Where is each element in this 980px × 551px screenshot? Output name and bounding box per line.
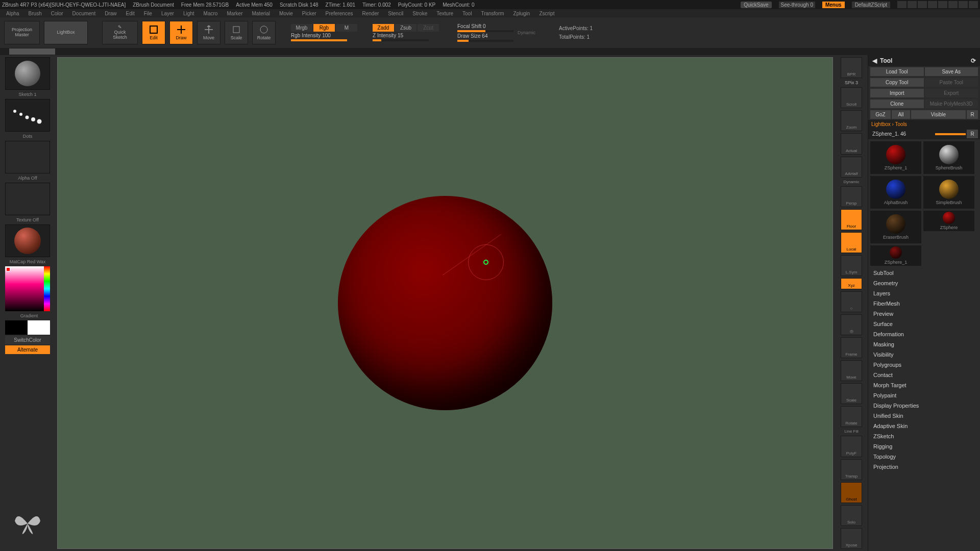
zcut-toggle[interactable]: Zcut — [418, 24, 439, 32]
rotate-button[interactable]: Rotate — [252, 21, 276, 44]
actual-button[interactable]: Actual — [841, 133, 862, 154]
win-icon[interactable] — [938, 1, 947, 8]
minimize-icon[interactable] — [948, 1, 958, 8]
primary-color-swatch[interactable] — [28, 320, 50, 335]
tool-section-polygroups[interactable]: Polygroups — [868, 360, 980, 370]
menu-material[interactable]: Material — [252, 11, 271, 16]
z-intensity-slider[interactable] — [373, 39, 429, 41]
zsphere-object[interactable] — [338, 196, 552, 410]
win-icon[interactable] — [908, 1, 917, 8]
hue-strip[interactable] — [44, 266, 50, 311]
paste-tool-button[interactable]: Paste Tool — [925, 78, 978, 87]
rotate-nav-button[interactable]: Rotate — [841, 406, 862, 427]
menu-zscript[interactable]: Zscript — [539, 11, 554, 16]
document-tab[interactable] — [9, 48, 55, 55]
load-tool-button[interactable]: Load Tool — [870, 67, 924, 76]
tool-section-topology[interactable]: Topology — [868, 452, 980, 462]
lightbox-button[interactable]: LightBox — [44, 21, 88, 44]
menu-edit[interactable]: Edit — [126, 11, 135, 16]
menu-marker[interactable]: Marker — [227, 11, 242, 16]
focal-shift-slider[interactable] — [457, 30, 513, 32]
menu-texture[interactable]: Texture — [436, 11, 453, 16]
menu-color[interactable]: Color — [51, 11, 63, 16]
tool-section-visibility[interactable]: Visibility — [868, 349, 980, 360]
color-picker[interactable] — [5, 266, 50, 311]
tool-section-layers[interactable]: Layers — [868, 288, 980, 298]
clone-button[interactable]: Clone — [870, 99, 924, 108]
bpr-button[interactable]: BPR — [841, 57, 862, 78]
scale-button[interactable]: Scale — [225, 21, 248, 44]
tool-section-morph-target[interactable]: Morph Target — [868, 380, 980, 390]
center-button[interactable]: ○ — [841, 291, 862, 312]
tool-thumb-eraserbrush[interactable]: EraserBrush — [870, 211, 921, 243]
solo-button[interactable]: Solo — [841, 505, 862, 526]
gradient-label[interactable]: Gradient — [17, 312, 38, 319]
material-preview[interactable] — [5, 224, 50, 257]
tool-section-surface[interactable]: Surface — [868, 319, 980, 329]
lsym-button[interactable]: L.Sym — [841, 255, 862, 276]
copy-tool-button[interactable]: Copy Tool — [870, 78, 924, 87]
menu-macro[interactable]: Macro — [204, 11, 218, 16]
viewport[interactable] — [57, 57, 833, 549]
see-through-slider[interactable]: See-through 0 — [779, 2, 815, 8]
menu-layer[interactable]: Layer — [161, 11, 174, 16]
texture-preview[interactable] — [5, 183, 50, 215]
zsub-toggle[interactable]: Zsub — [395, 24, 416, 32]
menu-zplugin[interactable]: Zplugin — [513, 11, 530, 16]
tool-section-contact[interactable]: Contact — [868, 370, 980, 380]
menu-stencil[interactable]: Stencil — [388, 11, 403, 16]
tool-panel-header[interactable]: ◀ Tool ⟳ — [868, 55, 980, 66]
tool-section-subtool[interactable]: SubTool — [868, 268, 980, 278]
move-nav-button[interactable]: Move — [841, 360, 862, 381]
tool-section-preview[interactable]: Preview — [868, 309, 980, 319]
floor-button[interactable]: Floor — [841, 209, 862, 230]
tool-thumb-spherebrush[interactable]: SphereBrush — [923, 141, 974, 174]
menu-file[interactable]: File — [144, 11, 152, 16]
brush-preview[interactable] — [5, 57, 50, 90]
menus-toggle[interactable]: Menus — [822, 2, 845, 8]
tool-section-geometry[interactable]: Geometry — [868, 278, 980, 288]
projection-master-button[interactable]: Projection Master — [4, 21, 40, 44]
polyf-button[interactable]: PolyF — [841, 436, 862, 457]
goz-visible-button[interactable]: Visible — [911, 110, 966, 119]
zoom-button[interactable]: Zoom — [841, 110, 862, 131]
win-icon[interactable] — [897, 1, 906, 8]
xpose-button[interactable]: Xpose — [841, 528, 862, 549]
zadd-toggle[interactable]: Zadd — [373, 24, 394, 32]
transp-button[interactable]: Transp — [841, 459, 862, 480]
import-button[interactable]: Import — [870, 89, 924, 97]
tool-section-rigging[interactable]: Rigging — [868, 441, 980, 452]
ghost-button[interactable]: Ghost — [841, 482, 862, 503]
m-toggle[interactable]: M — [336, 24, 357, 32]
pin-icon[interactable]: ◀ — [872, 57, 877, 64]
tool-thumb-zsphere_1[interactable]: ZSphere_1 — [870, 245, 921, 266]
default-script[interactable]: DefaultZScript — [852, 2, 890, 8]
menu-alpha[interactable]: Alpha — [6, 11, 19, 16]
tool-section-adaptive-skin[interactable]: Adaptive Skin — [868, 421, 980, 431]
tool-r-button[interactable]: R — [967, 130, 978, 138]
export-button[interactable]: Export — [925, 89, 978, 97]
menu-picker[interactable]: Picker — [302, 11, 316, 16]
tool-section-display-properties[interactable]: Display Properties — [868, 400, 980, 411]
tool-thumb-simplebrush[interactable]: SimpleBrush — [923, 176, 974, 209]
menu-draw[interactable]: Draw — [105, 11, 116, 16]
scroll-button[interactable]: Scroll — [841, 87, 862, 108]
menu-preferences[interactable]: Preferences — [326, 11, 353, 16]
move-button[interactable]: Move — [197, 21, 220, 44]
switch-color-button[interactable]: SwitchColor — [5, 336, 50, 344]
tool-section-zsketch[interactable]: ZSketch — [868, 431, 980, 441]
win-icon[interactable] — [918, 1, 927, 8]
dynamic-label[interactable]: Dynamic — [518, 30, 535, 35]
tool-section-projection[interactable]: Projection — [868, 462, 980, 472]
alternate-button[interactable]: Alternate — [5, 345, 50, 354]
draw-size-slider[interactable] — [457, 40, 513, 42]
persp-button[interactable]: Persp — [841, 186, 862, 207]
expand-icon[interactable]: ⟳ — [971, 57, 976, 64]
mrgb-toggle[interactable]: Mrgb — [291, 24, 312, 32]
alpha-preview[interactable] — [5, 141, 50, 173]
menu-brush[interactable]: Brush — [29, 11, 42, 16]
maximize-icon[interactable] — [959, 1, 968, 8]
rgb-toggle[interactable]: Rgb — [313, 24, 335, 32]
goz-r-button[interactable]: R — [967, 110, 978, 119]
make-polymesh-button[interactable]: Make PolyMesh3D — [925, 99, 978, 108]
